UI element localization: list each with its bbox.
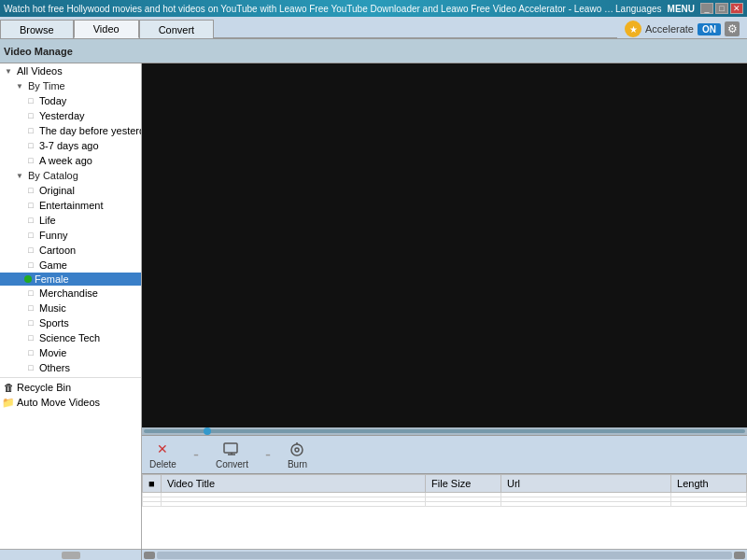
recycle-bin-icon: 🗑: [2, 381, 15, 394]
sidebar-item-merchandise[interactable]: □ Merchandise: [0, 286, 141, 301]
sidebar-item-week-ago[interactable]: □ A week ago: [0, 153, 141, 168]
action-bar: ✕ Delete - Convert -: [142, 435, 747, 474]
by-catalog-icon: [13, 169, 26, 182]
settings-icon[interactable]: ⚙: [725, 21, 740, 36]
action-separator-1: -: [193, 445, 199, 465]
burn-button[interactable]: Burn: [288, 441, 307, 469]
accelerate-toggle[interactable]: ON: [698, 23, 721, 35]
svg-rect-0: [224, 443, 237, 453]
svg-point-4: [295, 448, 299, 452]
progress-thumb: [204, 427, 211, 435]
table-area: ■ Video Title File Size Url: [142, 474, 747, 549]
sidebar-item-all-videos[interactable]: All Videos: [0, 63, 141, 78]
title-text: Watch hot free Hollywood movies and hot …: [4, 4, 615, 14]
accelerate-label: Accelerate: [645, 23, 694, 35]
sidebar-item-movie[interactable]: □ Movie: [0, 345, 141, 360]
close-button[interactable]: ✕: [730, 3, 743, 14]
yesterday-icon: □: [24, 109, 37, 122]
day-before-icon: □: [24, 124, 37, 137]
title-right-area: Languages MENU _ □ ✕: [615, 3, 743, 14]
sidebar-item-female[interactable]: Female: [0, 273, 141, 286]
window-controls: _ □ ✕: [700, 3, 743, 14]
burn-label: Burn: [288, 459, 307, 469]
life-icon: □: [24, 214, 37, 227]
movie-icon: □: [24, 346, 37, 359]
video-panel: [142, 63, 747, 427]
music-icon: □: [24, 301, 37, 315]
others-icon: □: [24, 361, 37, 374]
sports-icon: □: [24, 316, 37, 329]
sidebar-item-by-catalog[interactable]: By Catalog: [0, 168, 141, 183]
merchandise-icon: □: [24, 287, 37, 300]
middle-layout: All Videos By Time □ Today □ Yesterday □: [0, 63, 747, 560]
today-icon: □: [24, 94, 37, 107]
tab-video[interactable]: Video: [74, 20, 139, 38]
svg-point-3: [291, 444, 303, 455]
sidebar-item-original[interactable]: □ Original: [0, 183, 141, 198]
table-col-url[interactable]: Url: [500, 475, 670, 493]
sidebar-item-cartoon[interactable]: □ Cartoon: [0, 243, 141, 258]
sidebar-item-day-before-yesterday[interactable]: □ The day before yesterday: [0, 123, 141, 138]
table-row: [143, 502, 747, 507]
menu-label[interactable]: MENU: [668, 4, 695, 14]
sidebar-item-life[interactable]: □ Life: [0, 213, 141, 228]
sidebar-item-yesterday[interactable]: □ Yesterday: [0, 108, 141, 123]
table-col-checkbox[interactable]: ■: [143, 475, 162, 493]
sidebar-scrollbar[interactable]: [62, 552, 80, 559]
toolbar-title: Video Manage: [4, 46, 73, 57]
table-col-length[interactable]: Length: [671, 475, 747, 493]
title-bar: Watch hot free Hollywood movies and hot …: [0, 0, 747, 17]
tab-bar: Browse Video Convert ★ Accelerate ON ⚙: [0, 17, 747, 39]
sidebar-wrapper: All Videos By Time □ Today □ Yesterday □: [0, 63, 142, 560]
table-col-filesize[interactable]: File Size: [426, 475, 501, 493]
entertainment-icon: □: [24, 199, 37, 212]
accelerate-area: ★ Accelerate ON ⚙: [617, 21, 747, 37]
video-table: ■ Video Title File Size Url: [142, 474, 747, 507]
sidebar-item-funny[interactable]: □ Funny: [0, 228, 141, 243]
sidebar-item-others[interactable]: □ Others: [0, 360, 141, 375]
toolbar-row: Video Manage: [0, 39, 747, 63]
accelerate-icon: ★: [625, 21, 641, 37]
scroll-left-arrow[interactable]: [144, 552, 155, 559]
original-icon: □: [24, 184, 37, 197]
sidebar: All Videos By Time □ Today □ Yesterday □: [0, 63, 142, 549]
sidebar-item-game[interactable]: □ Game: [0, 258, 141, 273]
action-separator-2: -: [265, 445, 271, 465]
sidebar-item-sports[interactable]: □ Sports: [0, 315, 141, 330]
delete-button[interactable]: ✕ Delete: [149, 441, 176, 469]
minimize-button[interactable]: _: [700, 3, 713, 14]
sidebar-item-by-time[interactable]: By Time: [0, 78, 141, 93]
sidebar-scroll-bottom: [0, 549, 141, 560]
all-videos-icon: [2, 64, 15, 77]
bottom-scrollbar: [142, 549, 747, 560]
bottom-scroll-track[interactable]: [157, 552, 732, 559]
sidebar-item-3-7-days[interactable]: □ 3-7 days ago: [0, 138, 141, 153]
sidebar-item-entertainment[interactable]: □ Entertainment: [0, 198, 141, 213]
progress-track[interactable]: [144, 429, 745, 433]
convert-button[interactable]: Convert: [216, 441, 248, 469]
video-player[interactable]: [142, 63, 747, 427]
tab-convert[interactable]: Convert: [139, 20, 215, 38]
female-green-dot: [24, 275, 32, 283]
table-col-title[interactable]: Video Title: [161, 475, 425, 493]
cartoon-icon: □: [24, 244, 37, 257]
sidebar-item-recycle-bin[interactable]: 🗑 Recycle Bin: [0, 380, 141, 395]
science-tech-icon: □: [24, 331, 37, 344]
languages-label[interactable]: Languages: [615, 4, 662, 14]
game-icon: □: [24, 259, 37, 272]
maximize-button[interactable]: □: [715, 3, 728, 14]
by-time-icon: [13, 79, 26, 92]
tab-browse[interactable]: Browse: [0, 20, 74, 38]
sidebar-item-music[interactable]: □ Music: [0, 301, 141, 315]
table-header-row: ■ Video Title File Size Url: [143, 475, 747, 493]
sidebar-separator: [0, 377, 141, 378]
delete-icon: ✕: [153, 441, 172, 457]
scroll-right-arrow[interactable]: [734, 552, 745, 559]
delete-label: Delete: [149, 459, 176, 469]
convert-label: Convert: [216, 459, 248, 469]
sidebar-item-today[interactable]: □ Today: [0, 93, 141, 108]
sidebar-item-science-tech[interactable]: □ Science Tech: [0, 330, 141, 345]
convert-icon: [222, 441, 241, 457]
sidebar-item-auto-move[interactable]: 📁 Auto Move Videos: [0, 395, 141, 410]
content-area: ✕ Delete - Convert -: [142, 63, 747, 560]
